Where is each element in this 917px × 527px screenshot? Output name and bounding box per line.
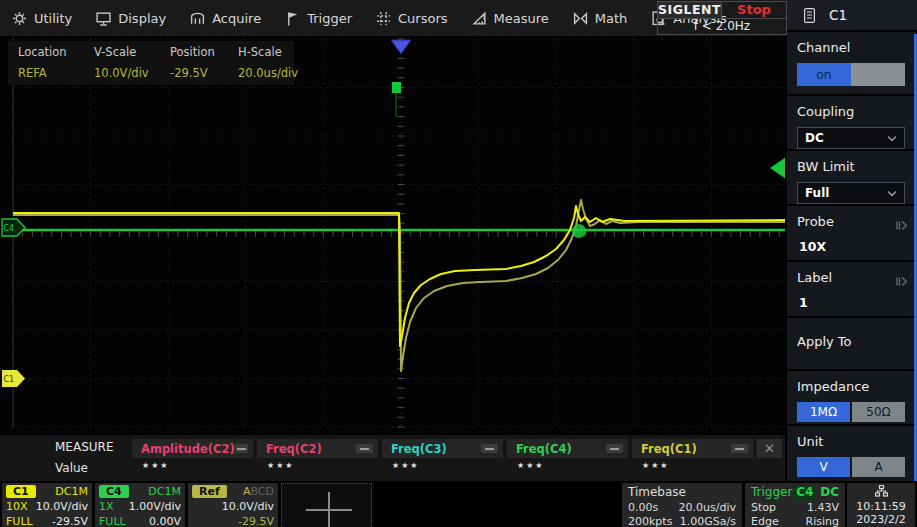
panel-title: C1 bbox=[829, 7, 847, 23]
menu-label: Cursors bbox=[398, 11, 448, 26]
flag-icon bbox=[285, 11, 300, 26]
menu-trigger[interactable]: Trigger bbox=[273, 0, 364, 36]
info-value: REFA bbox=[18, 66, 94, 80]
probe-label: Probe bbox=[797, 214, 907, 229]
measure-column-freq-c3[interactable]: Freq(C3) bbox=[382, 439, 503, 458]
siglent-logo: SIGLENT bbox=[658, 2, 722, 18]
ref-badge: Ref bbox=[192, 485, 227, 498]
coupling-value: DC1M bbox=[55, 485, 88, 498]
menu-label: Trigger bbox=[307, 11, 352, 26]
menu-utility[interactable]: Utility bbox=[0, 0, 84, 36]
menu-display[interactable]: Display bbox=[84, 0, 178, 36]
remove-measure-button[interactable] bbox=[235, 444, 248, 453]
menu-label: Math bbox=[595, 11, 628, 26]
clock-box: 10:11:59 2023/2/2 bbox=[847, 483, 915, 527]
timebase-box[interactable]: Timebase 0.00s20.0us/div 200kpts1.00GSa/… bbox=[622, 483, 742, 527]
bw-limit-label: BW Limit bbox=[797, 159, 907, 174]
measure-column-amplitude-c2[interactable]: Amplitude(C2) bbox=[132, 439, 253, 458]
offset-value: 0.00V bbox=[149, 515, 181, 527]
crosshair-icon bbox=[328, 492, 330, 527]
channel-box-c1[interactable]: C1DC1M 10X10.0V/div FULL-29.5V bbox=[2, 483, 92, 527]
trigger-title: Trigger bbox=[751, 485, 792, 499]
waveform-display[interactable]: C4 C1 Location V-Scale Position H-Scale … bbox=[0, 36, 785, 434]
channel-badge: C1 bbox=[6, 485, 36, 498]
trigger-level-marker[interactable] bbox=[770, 157, 785, 179]
impedance-1mohm-button[interactable]: 1MΩ bbox=[797, 402, 850, 422]
trigger-position-marker[interactable] bbox=[391, 40, 411, 54]
trigger-type: Edge bbox=[751, 515, 779, 527]
info-header: Position bbox=[170, 45, 238, 59]
menu-measure[interactable]: Measure bbox=[460, 0, 561, 36]
coupling-value: DC1M bbox=[148, 485, 181, 498]
menu-label: Utility bbox=[34, 11, 72, 26]
menu-cursors[interactable]: Cursors bbox=[364, 0, 460, 36]
channel-badge: C4 bbox=[99, 485, 129, 498]
toggle-on-state[interactable]: on bbox=[797, 63, 851, 86]
menu-acquire[interactable]: Acquire bbox=[178, 0, 273, 36]
c1-offset-label: C1 bbox=[4, 375, 15, 384]
unit-label: Unit bbox=[797, 434, 907, 449]
bw-limit-section: BW Limit Full bbox=[787, 151, 917, 206]
measure-column-freq-c1[interactable]: Freq(C1) bbox=[632, 439, 753, 458]
menu-math[interactable]: Math bbox=[561, 0, 640, 36]
brand-status-block: SIGLENT Stop f < 2.0Hz bbox=[657, 1, 787, 35]
unit-volts-button[interactable]: V bbox=[797, 457, 850, 477]
label-section[interactable]: Label 1 bbox=[787, 262, 917, 318]
unit-amps-button[interactable]: A bbox=[852, 457, 905, 477]
gear-icon bbox=[12, 11, 27, 26]
measure-title: MEASURE bbox=[55, 440, 113, 454]
measure-value: ★★★ bbox=[517, 461, 545, 470]
trigger-box[interactable]: TriggerC4 DC Stop1.43V EdgeRising bbox=[745, 483, 845, 527]
zoom-preview-box[interactable] bbox=[281, 483, 372, 527]
expand-icon bbox=[896, 216, 908, 235]
trigger-frequency: f < 2.0Hz bbox=[658, 19, 786, 35]
channel-toggle[interactable]: on bbox=[797, 63, 905, 86]
offset-value: -29.5V bbox=[52, 515, 88, 527]
trigger-source: C4 bbox=[793, 485, 816, 499]
c4-offset-label: C4 bbox=[4, 224, 15, 233]
timebase-scale: 20.0us/div bbox=[679, 501, 736, 514]
trigger-level: 1.43V bbox=[807, 501, 839, 514]
measure-value: ★★★ bbox=[142, 461, 170, 470]
probe-value: 1X bbox=[99, 500, 114, 513]
remove-measure-button[interactable] bbox=[356, 444, 373, 453]
network-icon bbox=[875, 485, 888, 497]
chevron-down-icon bbox=[887, 190, 897, 197]
math-icon bbox=[573, 11, 588, 26]
measure-column-freq-c2[interactable]: Freq(C2) bbox=[257, 439, 378, 458]
reference-box[interactable]: RefABCD 10.0V/div -29.5V bbox=[188, 483, 278, 527]
trigger-coupling: DC bbox=[820, 485, 839, 499]
probe-value: 10X bbox=[6, 500, 28, 513]
toggle-off-state[interactable] bbox=[851, 63, 905, 86]
remove-measure-button[interactable] bbox=[481, 444, 498, 453]
measure-value: ★★★ bbox=[267, 461, 295, 470]
clock-date: 2023/2/2 bbox=[847, 513, 915, 526]
apply-to-section[interactable]: Apply To bbox=[787, 318, 917, 371]
expand-icon bbox=[896, 272, 908, 291]
channel-label: Channel bbox=[797, 40, 907, 55]
menu-label: Measure bbox=[494, 11, 549, 26]
measure-bar: MEASURE Value Amplitude(C2) Freq(C2) Fre… bbox=[0, 434, 785, 481]
scale-value: 10.0V/div bbox=[36, 500, 88, 513]
apply-to-label: Apply To bbox=[797, 334, 907, 349]
channel-box-c4[interactable]: C4DC1M 1X1.00V/div FULL0.00V bbox=[95, 483, 185, 527]
probe-section[interactable]: Probe 10X bbox=[787, 206, 917, 262]
coupling-value: DC bbox=[805, 131, 824, 145]
coupling-select[interactable]: DC bbox=[797, 127, 905, 149]
impedance-50ohm-button[interactable]: 50Ω bbox=[852, 402, 905, 422]
info-value: 20.0us/div bbox=[238, 66, 304, 80]
timebase-points: 200kpts bbox=[628, 515, 672, 527]
bw-limit-select[interactable]: Full bbox=[797, 182, 905, 204]
cursors-icon bbox=[376, 11, 391, 26]
display-icon bbox=[96, 11, 111, 26]
close-measure-icon[interactable]: ✕ bbox=[757, 439, 782, 458]
oscilloscope-screen: Utility Display Acquire Trigger Cursors … bbox=[0, 0, 917, 527]
remove-measure-button[interactable] bbox=[731, 444, 748, 453]
measure-column-freq-c4[interactable]: Freq(C4) bbox=[507, 439, 628, 458]
trigger-mode: Stop bbox=[751, 501, 776, 514]
impedance-label: Impedance bbox=[797, 379, 907, 394]
bottom-status-bar: C1DC1M 10X10.0V/div FULL-29.5V C4DC1M 1X… bbox=[0, 481, 917, 527]
menu-label: Acquire bbox=[212, 11, 261, 26]
acquire-icon bbox=[190, 11, 205, 26]
remove-measure-button[interactable] bbox=[606, 444, 623, 453]
